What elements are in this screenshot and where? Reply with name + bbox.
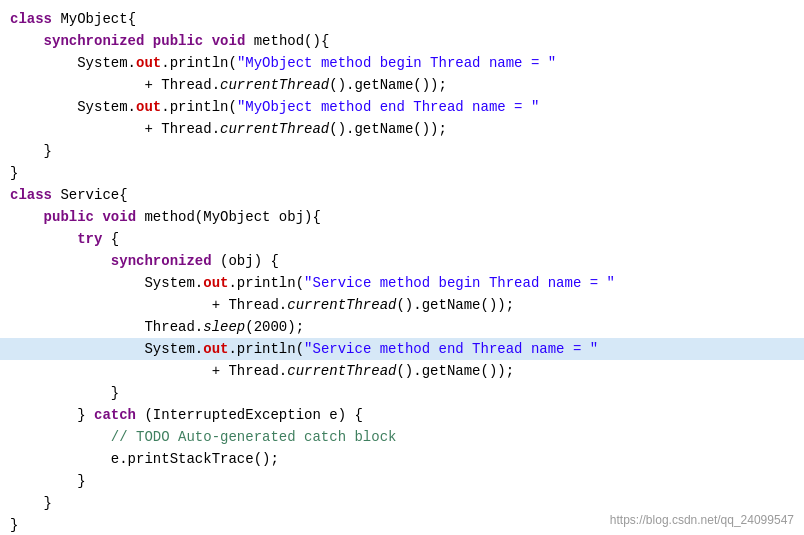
code-line: System.out.println("Service method begin… (0, 272, 804, 294)
code-token: synchronized (44, 30, 145, 52)
code-token: ().getName()); (329, 74, 447, 96)
code-token: Service{ (52, 184, 128, 206)
code-line: // TODO Auto-generated catch block (0, 426, 804, 448)
code-line: System.out.println("MyObject method begi… (0, 52, 804, 74)
code-token: System. (10, 338, 203, 360)
code-token: ().getName()); (329, 118, 447, 140)
code-token: + Thread. (10, 74, 220, 96)
code-line: } (0, 382, 804, 404)
code-line: System.out.println("MyObject method end … (0, 96, 804, 118)
code-token: + Thread. (10, 294, 287, 316)
code-line: + Thread.currentThread().getName()); (0, 360, 804, 382)
code-token: + Thread. (10, 360, 287, 382)
code-line: } catch (InterruptedException e) { (0, 404, 804, 426)
code-line: + Thread.currentThread().getName()); (0, 294, 804, 316)
code-token: ().getName()); (396, 360, 514, 382)
code-token: (InterruptedException e) { (136, 404, 363, 426)
code-token: currentThread (287, 294, 396, 316)
code-token: + Thread. (10, 118, 220, 140)
code-token: .println( (161, 52, 237, 74)
code-token: synchronized (111, 250, 212, 272)
code-token: } (10, 492, 52, 514)
code-token: System. (10, 272, 203, 294)
code-token: public (153, 30, 203, 52)
code-token (10, 206, 44, 228)
code-token: .println( (228, 338, 304, 360)
code-line: e.printStackTrace(); (0, 448, 804, 470)
code-token: currentThread (287, 360, 396, 382)
code-token: } (10, 140, 52, 162)
code-line: try { (0, 228, 804, 250)
code-line: System.out.println("Service method end T… (0, 338, 804, 360)
code-token: currentThread (220, 74, 329, 96)
code-token: class (10, 8, 52, 30)
code-token: out (203, 272, 228, 294)
code-token: (obj) { (212, 250, 279, 272)
code-token: } (10, 514, 18, 535)
code-token: out (136, 52, 161, 74)
code-token: catch (94, 404, 136, 426)
code-token: } (10, 404, 94, 426)
watermark: https://blog.csdn.net/qq_24099547 (610, 513, 794, 527)
code-token: } (10, 162, 18, 184)
code-token: method(MyObject obj){ (136, 206, 321, 228)
code-token: System. (10, 96, 136, 118)
code-token: // TODO Auto-generated catch block (10, 426, 396, 448)
code-token: method(){ (245, 30, 329, 52)
code-token: System. (10, 52, 136, 74)
code-line: } (0, 492, 804, 514)
code-line: synchronized public void method(){ (0, 30, 804, 52)
code-token: "MyObject method end Thread name = " (237, 96, 539, 118)
code-token: ().getName()); (396, 294, 514, 316)
code-token: { (102, 228, 119, 250)
code-token (10, 30, 44, 52)
code-token: "MyObject method begin Thread name = " (237, 52, 556, 74)
code-token: public (44, 206, 94, 228)
code-line: Thread.sleep(2000); (0, 316, 804, 338)
code-token (144, 30, 152, 52)
code-token: try (77, 228, 102, 250)
code-token (10, 228, 77, 250)
code-token: .println( (228, 272, 304, 294)
code-line: + Thread.currentThread().getName()); (0, 74, 804, 96)
code-line: } (0, 140, 804, 162)
code-token: Thread. (10, 316, 203, 338)
code-token: "Service method begin Thread name = " (304, 272, 615, 294)
code-line: class Service{ (0, 184, 804, 206)
code-line: synchronized (obj) { (0, 250, 804, 272)
code-token (94, 206, 102, 228)
code-token: class (10, 184, 52, 206)
code-line: public void method(MyObject obj){ (0, 206, 804, 228)
code-token: } (10, 382, 119, 404)
code-token (10, 250, 111, 272)
code-token: void (102, 206, 136, 228)
code-token: MyObject{ (52, 8, 136, 30)
code-line: } (0, 162, 804, 184)
code-token: } (10, 470, 86, 492)
code-line: + Thread.currentThread().getName()); (0, 118, 804, 140)
code-token: void (212, 30, 246, 52)
code-token: sleep (203, 316, 245, 338)
code-editor: class MyObject{ synchronized public void… (0, 0, 804, 535)
code-line: } (0, 470, 804, 492)
code-token: "Service method end Thread name = " (304, 338, 598, 360)
code-token: out (136, 96, 161, 118)
code-token (203, 30, 211, 52)
code-line: class MyObject{ (0, 8, 804, 30)
code-token: e.printStackTrace(); (10, 448, 279, 470)
code-token: .println( (161, 96, 237, 118)
code-token: out (203, 338, 228, 360)
code-token: (2000); (245, 316, 304, 338)
code-token: currentThread (220, 118, 329, 140)
